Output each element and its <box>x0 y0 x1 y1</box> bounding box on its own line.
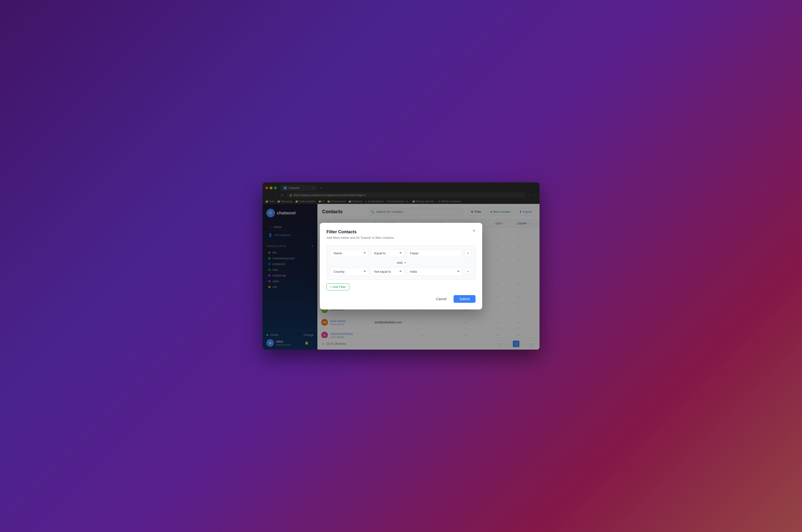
filter2-value-select[interactable]: India United States United Kingdom Germa… <box>407 268 462 276</box>
filter-contacts-modal: × Filter Contacts Add filters below and … <box>320 223 482 309</box>
filter1-value-input[interactable] <box>407 249 462 257</box>
filter1-operator-select[interactable]: Equal to Not equal to Contains <box>371 249 405 257</box>
modal-footer: Cancel Submit <box>326 295 476 303</box>
modal-close-button[interactable]: × <box>471 228 477 234</box>
logic-connector: AND OR <box>330 260 472 266</box>
filter-row-1: Name Email Phone Company City Country Eq… <box>330 249 472 257</box>
modal-subtitle: Add filters below and hit 'Submit' to fi… <box>326 236 476 240</box>
cancel-button[interactable]: Cancel <box>431 295 452 303</box>
modal-overlay[interactable]: × Filter Contacts Add filters below and … <box>0 0 802 532</box>
submit-button[interactable]: Submit <box>454 295 476 303</box>
filter1-clear-button[interactable]: × <box>465 250 472 256</box>
filter2-field-select[interactable]: Name Email Phone Company City Country <box>330 268 369 276</box>
modal-title: Filter Contacts <box>326 229 476 234</box>
filter2-operator-select[interactable]: Equal to Not equal to <box>371 268 405 276</box>
filter-row-2: Name Email Phone Company City Country Eq… <box>330 268 472 276</box>
filter2-clear-button[interactable]: × <box>465 268 472 275</box>
add-filter-button[interactable]: + Add Filter <box>326 283 349 290</box>
logic-connector-select[interactable]: AND OR <box>394 260 408 266</box>
filter-container: Name Email Phone Company City Country Eq… <box>326 245 476 280</box>
filter1-field-select[interactable]: Name Email Phone Company City Country <box>330 249 369 257</box>
